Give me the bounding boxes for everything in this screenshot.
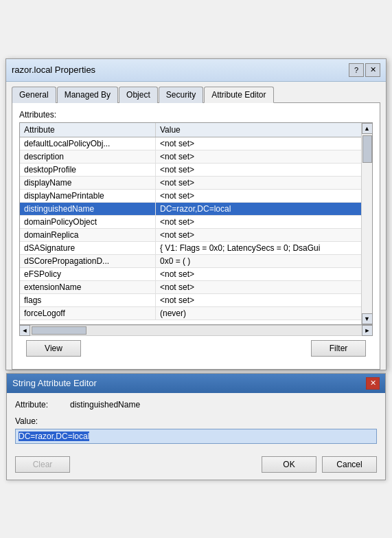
table-cell-attribute: forceLogoff xyxy=(20,306,155,320)
scroll-left-arrow[interactable]: ◄ xyxy=(19,325,30,336)
sub-dialog-left-buttons: Clear xyxy=(15,456,70,473)
table-row[interactable]: domainPolicyObject<not set> xyxy=(20,215,372,228)
main-window: razor.local Properties ? ✕ General Manag… xyxy=(5,58,387,370)
table-cell-attribute: dSASignature xyxy=(20,241,155,254)
table-row[interactable]: dSCorePropagationD...0x0 = ( ) xyxy=(20,254,372,267)
table-row[interactable]: distinguishedNameDC=razor,DC=local xyxy=(20,202,372,215)
table-cell-attribute: defaultLocalPolicyObj... xyxy=(20,137,155,150)
clear-button[interactable]: Clear xyxy=(15,456,70,473)
table-cell-value: <not set> xyxy=(155,267,371,280)
attribute-label: Attribute: xyxy=(15,400,56,410)
scroll-thumb[interactable] xyxy=(362,135,372,163)
tab-security[interactable]: Security xyxy=(159,87,203,103)
table-row[interactable]: extensionName<not set> xyxy=(20,280,372,293)
scroll-up-arrow[interactable]: ▲ xyxy=(362,123,373,134)
attribute-table: Attribute Value defaultLocalPolicyObj...… xyxy=(20,123,372,320)
table-cell-attribute: dSCorePropagationD... xyxy=(20,254,155,267)
cancel-button[interactable]: Cancel xyxy=(322,456,377,473)
help-button[interactable]: ? xyxy=(349,63,364,77)
sub-dialog-buttons: Clear OK Cancel xyxy=(7,451,385,480)
table-cell-value: DC=razor,DC=local xyxy=(155,202,371,215)
table-cell-attribute: distinguishedName xyxy=(20,202,155,215)
filter-button[interactable]: Filter xyxy=(311,340,366,357)
tab-object[interactable]: Object xyxy=(119,87,158,103)
title-bar: razor.local Properties ? ✕ xyxy=(6,59,386,82)
bottom-buttons: View Filter xyxy=(19,336,373,362)
table-cell-value: <not set> xyxy=(155,163,371,176)
tab-managed-by[interactable]: Managed By xyxy=(57,87,118,103)
tab-content-area: Attributes: Attribute Value xyxy=(12,102,380,370)
table-cell-value: <not set> xyxy=(155,215,371,228)
table-row[interactable]: displayName<not set> xyxy=(20,176,372,189)
table-cell-value: <not set> xyxy=(155,150,371,163)
ok-button[interactable]: OK xyxy=(262,456,316,473)
table-row[interactable]: description<not set> xyxy=(20,150,372,163)
tab-bar: General Managed By Object Security Attri… xyxy=(6,82,386,102)
table-cell-value: <not set> xyxy=(155,137,371,150)
table-cell-value: <not set> xyxy=(155,293,371,306)
view-button[interactable]: View xyxy=(26,340,81,357)
table-cell-value: (never) xyxy=(155,306,371,320)
close-button[interactable]: ✕ xyxy=(365,63,380,77)
scroll-right-arrow[interactable]: ► xyxy=(362,325,373,336)
table-row[interactable]: defaultLocalPolicyObj...<not set> xyxy=(20,137,372,150)
attribute-table-container: Attribute Value defaultLocalPolicyObj...… xyxy=(19,122,373,325)
col-header-attribute: Attribute xyxy=(20,123,155,137)
table-row[interactable]: eFSPolicy<not set> xyxy=(20,267,372,280)
sub-dialog-right-buttons: OK Cancel xyxy=(262,456,377,473)
col-header-value: Value xyxy=(155,123,371,137)
table-cell-attribute: desktopProfile xyxy=(20,163,155,176)
sub-dialog-title: String Attribute Editor xyxy=(12,378,97,388)
table-cell-value: <not set> xyxy=(155,280,371,293)
table-row[interactable]: flags<not set> xyxy=(20,293,372,306)
table-cell-attribute: displayNamePrintable xyxy=(20,189,155,202)
attribute-name-value: distinguishedName xyxy=(70,400,140,410)
table-cell-attribute: eFSPolicy xyxy=(20,267,155,280)
table-row[interactable]: domainReplica<not set> xyxy=(20,228,372,241)
value-label: Value: xyxy=(15,416,377,426)
attributes-label: Attributes: xyxy=(19,110,373,120)
table-cell-attribute: description xyxy=(20,150,155,163)
attribute-info-row: Attribute: distinguishedName xyxy=(15,400,377,410)
table-cell-value: <not set> xyxy=(155,189,371,202)
value-section: Value: xyxy=(15,416,377,444)
sub-dialog-content: Attribute: distinguishedName Value: xyxy=(7,393,385,451)
value-input[interactable] xyxy=(15,429,377,444)
sub-dialog-close-button[interactable]: ✕ xyxy=(366,377,380,390)
tab-attribute-editor[interactable]: Attribute Editor xyxy=(204,87,273,103)
table-cell-attribute: domainPolicyObject xyxy=(20,215,155,228)
scroll-down-arrow[interactable]: ▼ xyxy=(362,313,373,324)
table-cell-attribute: domainReplica xyxy=(20,228,155,241)
table-cell-value: 0x0 = ( ) xyxy=(155,254,371,267)
table-cell-value: <not set> xyxy=(155,228,371,241)
table-row[interactable]: displayNamePrintable<not set> xyxy=(20,189,372,202)
table-cell-value: { V1: Flags = 0x0; LatencySecs = 0; DsaG… xyxy=(155,241,371,254)
window-title: razor.local Properties xyxy=(12,65,95,75)
vertical-scrollbar[interactable]: ▲ ▼ xyxy=(361,123,372,324)
table-cell-value: <not set> xyxy=(155,176,371,189)
table-row[interactable]: forceLogoff(never) xyxy=(20,306,372,320)
string-attribute-editor-dialog: String Attribute Editor ✕ Attribute: dis… xyxy=(6,373,386,480)
tab-general[interactable]: General xyxy=(12,87,56,103)
hscroll-track xyxy=(30,326,362,335)
sub-title-bar: String Attribute Editor ✕ xyxy=(7,374,385,393)
table-cell-attribute: extensionName xyxy=(20,280,155,293)
table-row[interactable]: desktopProfile<not set> xyxy=(20,163,372,176)
horizontal-scrollbar[interactable]: ◄ ► xyxy=(19,325,373,336)
hscroll-thumb[interactable] xyxy=(32,326,87,335)
table-cell-attribute: displayName xyxy=(20,176,155,189)
table-cell-attribute: flags xyxy=(20,293,155,306)
table-row[interactable]: dSASignature{ V1: Flags = 0x0; LatencySe… xyxy=(20,241,372,254)
title-bar-buttons: ? ✕ xyxy=(349,63,380,77)
